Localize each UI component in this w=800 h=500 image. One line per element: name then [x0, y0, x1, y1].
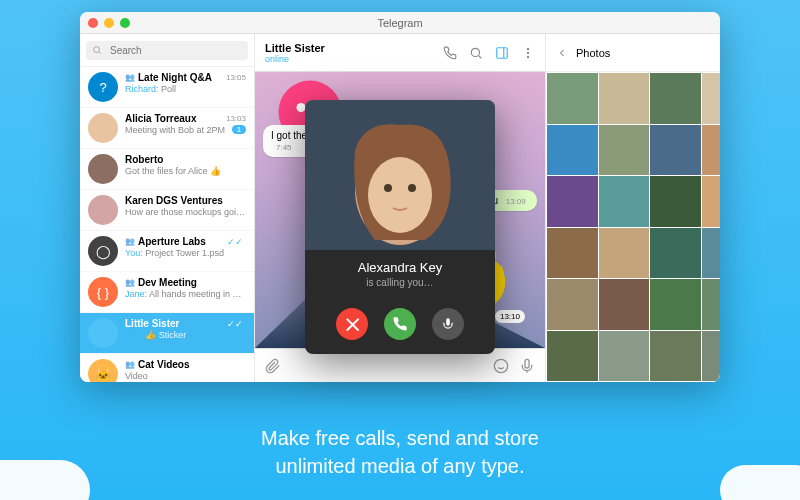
svg-point-5 [527, 55, 529, 57]
accept-call-button[interactable] [384, 308, 416, 340]
photo-thumbnail[interactable] [599, 176, 650, 227]
photo-thumbnail[interactable] [599, 331, 650, 382]
chat-preview: Jane: All hands meeting in 304 [125, 289, 246, 299]
sidebar-toggle-icon[interactable] [495, 46, 509, 60]
read-check-icon: ✓✓ [227, 319, 243, 329]
back-icon[interactable] [556, 47, 568, 59]
photo-thumbnail[interactable] [702, 125, 721, 176]
svg-point-20 [408, 184, 416, 192]
svg-point-15 [494, 359, 507, 372]
photo-thumbnail[interactable] [650, 125, 701, 176]
chat-list: ? 👥Late Night Q&A 13:05 Richard: Poll Al… [80, 67, 254, 382]
chat-preview: You: Project Tower 1.psd [125, 248, 224, 258]
incoming-call-modal: Alexandra Key is calling you… [305, 100, 495, 354]
decline-call-button[interactable] [336, 308, 368, 340]
attach-icon[interactable] [265, 358, 281, 374]
unread-badge: 1 [232, 125, 246, 134]
group-icon: 👥 [125, 237, 135, 246]
search-icon [92, 45, 102, 55]
read-check-icon: ✓✓ [227, 237, 243, 247]
chat-list-item[interactable]: ◯ 👥Aperture Labs ✓✓ You: Project Tower 1… [80, 231, 254, 272]
group-icon: 👥 [125, 73, 135, 82]
svg-rect-2 [497, 47, 508, 58]
call-status: is calling you… [315, 277, 485, 288]
svg-point-19 [384, 184, 392, 192]
conversation-status: online [265, 54, 325, 64]
chat-preview: Meeting with Bob at 2PM [125, 125, 225, 135]
photos-title: Photos [576, 47, 610, 59]
avatar: { } [88, 277, 118, 307]
chat-name: 👥Cat Videos [125, 359, 190, 370]
titlebar: Telegram [80, 12, 720, 34]
svg-point-1 [471, 48, 479, 56]
chat-preview: Got the files for Alice 👍 [125, 166, 221, 176]
avatar: ◯ [88, 236, 118, 266]
svg-point-3 [527, 47, 529, 49]
chat-list-item[interactable]: { } 👥Dev Meeting Jane: All hands meeting… [80, 272, 254, 313]
photo-thumbnail[interactable] [547, 331, 598, 382]
photo-thumbnail[interactable] [650, 228, 701, 279]
caller-photo [305, 100, 495, 250]
search-input[interactable] [86, 41, 248, 60]
photo-thumbnail[interactable] [547, 228, 598, 279]
photo-thumbnail[interactable] [650, 331, 701, 382]
message-time: 7:45 [276, 143, 292, 152]
chat-list-item[interactable]: Roberto Got the files for Alice 👍 [80, 149, 254, 190]
photo-thumbnail[interactable] [599, 125, 650, 176]
photo-thumbnail[interactable] [650, 279, 701, 330]
caller-name: Alexandra Key [315, 260, 485, 275]
avatar [88, 113, 118, 143]
chat-name: 👥Aperture Labs [125, 236, 206, 247]
chat-name: Alicia Torreaux [125, 113, 197, 124]
chat-name: Karen DGS Ventures [125, 195, 223, 206]
chat-list-item[interactable]: ? 👥Late Night Q&A 13:05 Richard: Poll [80, 67, 254, 108]
photo-thumbnail[interactable] [547, 176, 598, 227]
chat-name: 👥Late Night Q&A [125, 72, 212, 83]
photo-thumbnail[interactable] [702, 73, 721, 124]
message-time: 13:10 [495, 310, 525, 323]
avatar [88, 195, 118, 225]
chat-time: 13:05 [226, 73, 246, 82]
photo-thumbnail[interactable] [702, 331, 721, 382]
group-icon: 👥 [125, 278, 135, 287]
photo-thumbnail[interactable] [650, 176, 701, 227]
avatar [88, 154, 118, 184]
mic-icon[interactable] [519, 358, 535, 374]
chat-name: Little Sister [125, 318, 179, 329]
photo-thumbnail[interactable] [547, 73, 598, 124]
close-window-button[interactable] [88, 18, 98, 28]
photo-thumbnail[interactable] [702, 228, 721, 279]
maximize-window-button[interactable] [120, 18, 130, 28]
photo-thumbnail[interactable] [599, 279, 650, 330]
search-in-chat-icon[interactable] [469, 46, 483, 60]
group-icon: 👥 [125, 360, 135, 369]
photo-thumbnail[interactable] [650, 73, 701, 124]
photo-thumbnail[interactable] [599, 73, 650, 124]
chat-time: 13:03 [226, 114, 246, 123]
photo-thumbnail[interactable] [547, 125, 598, 176]
avatar: ? [88, 72, 118, 102]
chat-name: 👥Dev Meeting [125, 277, 197, 288]
marketing-tagline: Make free calls, send and storeunlimited… [0, 424, 800, 480]
svg-point-4 [527, 51, 529, 53]
photo-thumbnail[interactable] [702, 176, 721, 227]
mic-toggle-button[interactable] [432, 308, 464, 340]
conversation-name: Little Sister [265, 42, 325, 54]
chat-preview: Video [125, 371, 148, 381]
avatar: 🐱 [88, 359, 118, 382]
photo-thumbnail[interactable] [599, 228, 650, 279]
emoji-icon[interactable] [493, 358, 509, 374]
chat-preview: You: 👍 Sticker [125, 330, 186, 340]
call-icon[interactable] [443, 46, 457, 60]
message-time: 13:09 [506, 197, 526, 206]
more-icon[interactable] [521, 46, 535, 60]
chat-list-item[interactable]: Alicia Torreaux 13:03 Meeting with Bob a… [80, 108, 254, 149]
chat-list-item[interactable]: Karen DGS Ventures How are those mockups… [80, 190, 254, 231]
photo-thumbnail[interactable] [702, 279, 721, 330]
photo-thumbnail[interactable] [547, 279, 598, 330]
chat-preview: Richard: Poll [125, 84, 176, 94]
chat-list-item[interactable]: 🐱 👥Cat Videos Video [80, 354, 254, 382]
chat-name: Roberto [125, 154, 163, 165]
minimize-window-button[interactable] [104, 18, 114, 28]
chat-list-item[interactable]: Little Sister ✓✓ You: 👍 Sticker [80, 313, 254, 354]
